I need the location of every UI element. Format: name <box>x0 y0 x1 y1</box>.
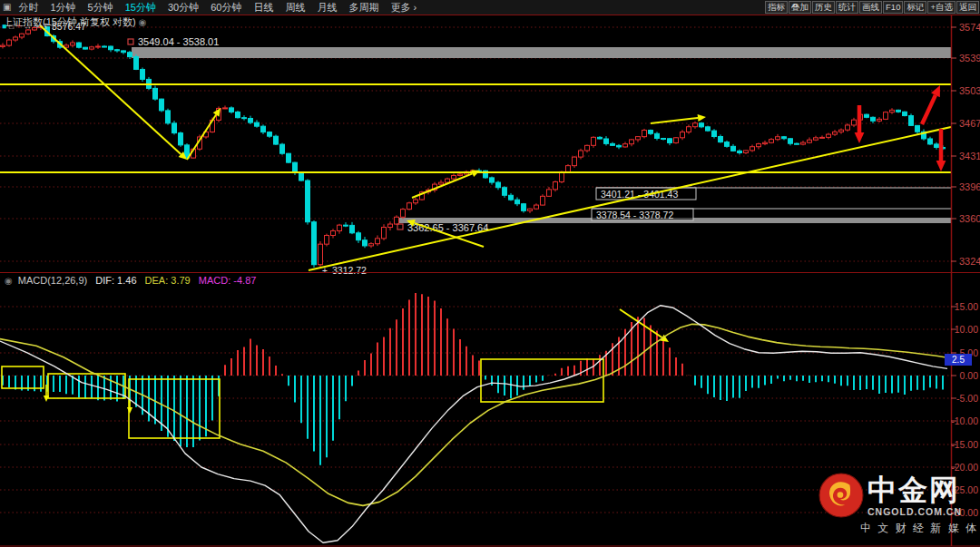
draw-tool-icon-5[interactable]: T <box>44 22 48 31</box>
draw-tool-icon-1[interactable]: □ <box>9 22 14 31</box>
chart-canvas[interactable]: 3401.21 - 3401.433378.54 - 3378.723549.0… <box>0 0 980 547</box>
macd-lines <box>0 306 947 543</box>
macd-indicator-name: MACD(12,26,9) <box>18 275 87 286</box>
svg-text:-5.00: -5.00 <box>956 393 978 404</box>
brand-tagline: 中 文 财 经 新 媒 体 <box>818 521 978 536</box>
svg-text:3549.04 - 3538.01: 3549.04 - 3538.01 <box>138 36 219 47</box>
period-tab-8[interactable]: 月线 <box>317 0 337 15</box>
tool-button-7[interactable]: +自选 <box>927 1 956 14</box>
draw-tool-icon-6[interactable]: + <box>51 22 55 31</box>
period-tab-9[interactable]: 多周期 <box>348 0 378 15</box>
tool-button-2[interactable]: 历史 <box>812 1 835 14</box>
macd-collapse-icon[interactable]: ◉ <box>5 276 13 286</box>
period-toolbar: ▣ 分时1分钟5分钟15分钟30分钟60分钟日线周线月线多周期更多 › 指标叠加… <box>0 0 980 15</box>
svg-text:-20.00: -20.00 <box>951 462 978 473</box>
period-tab-6[interactable]: 日线 <box>253 0 273 15</box>
svg-text:3324: 3324 <box>959 256 980 267</box>
tool-button-6[interactable]: 标记 <box>904 1 926 14</box>
period-tab-7[interactable]: 周线 <box>285 0 305 15</box>
svg-text:3362.65 - 3367.64: 3362.65 - 3367.64 <box>407 222 488 233</box>
macd-header: ◉ MACD(12,26,9) DIF: 1.46 DEA: 3.79 MACD… <box>5 275 256 286</box>
draw-tool-icon-3[interactable]: ↔ <box>24 22 32 31</box>
period-tab-0[interactable]: 分时 <box>18 0 38 15</box>
price-text-labels: 3576.473312.72+ <box>52 21 367 276</box>
period-tab-3[interactable]: 15分钟 <box>125 0 156 15</box>
svg-text:3539: 3539 <box>959 53 980 63</box>
tool-button-8[interactable]: 返回 <box>956 1 979 14</box>
svg-text:3431: 3431 <box>959 151 980 161</box>
tool-button-5[interactable]: F10 <box>883 1 903 14</box>
svg-text:3396: 3396 <box>959 181 980 192</box>
macd-hist-value: MACD: -4.87 <box>199 275 257 286</box>
trading-app-window: ▣ 分时1分钟5分钟15分钟30分钟60分钟日线周线月线多周期更多 › 指标叠加… <box>0 0 980 547</box>
draw-tool-icon-2[interactable]: + <box>16 22 21 31</box>
window-grid-icon[interactable]: ▣ <box>3 0 11 15</box>
svg-text:-15.00: -15.00 <box>951 439 978 450</box>
period-tab-5[interactable]: 60分钟 <box>211 0 241 15</box>
tool-buttons: 指标叠加历史统计画线F10标记+自选返回 <box>765 1 979 14</box>
tool-button-3[interactable]: 统计 <box>836 1 858 14</box>
svg-text:3467: 3467 <box>959 118 980 129</box>
gridlines <box>0 27 951 513</box>
tool-button-1[interactable]: 叠加 <box>789 1 811 14</box>
period-tabs: 分时1分钟5分钟15分钟30分钟60分钟日线周线月线多周期更多 › <box>18 0 416 15</box>
drawing-mini-toolbar: ■□+↔✦T+ <box>2 22 55 31</box>
draw-tool-icon-0[interactable]: ■ <box>2 22 6 31</box>
brand-name: 中金网 <box>867 474 962 505</box>
svg-text:3574: 3574 <box>959 22 980 33</box>
period-tab-4[interactable]: 30分钟 <box>168 0 199 15</box>
red-arrows <box>855 85 946 171</box>
svg-text:15.00: 15.00 <box>955 301 978 312</box>
cngold-logo-icon <box>818 473 864 518</box>
svg-text:+: + <box>322 266 328 276</box>
period-tab-1[interactable]: 1分钟 <box>50 0 75 15</box>
brand-domain: CNGOLD.COM.CN <box>867 506 962 517</box>
svg-text:10.00: 10.00 <box>955 324 978 335</box>
yellow-annotations <box>0 25 951 270</box>
draw-tool-icon-4[interactable]: ✦ <box>34 22 41 31</box>
tool-button-0[interactable]: 指标 <box>765 1 788 14</box>
svg-text:0.00: 0.00 <box>960 370 979 381</box>
period-tab-2[interactable]: 5分钟 <box>88 0 113 15</box>
cngold-watermark: 中金网 CNGOLD.COM.CN 中 文 财 经 新 媒 体 <box>818 473 978 536</box>
title-status-icon: ◉ <box>139 17 147 27</box>
period-tab-10[interactable]: 更多 › <box>390 0 416 15</box>
macd-current-value-badge: 2.5 <box>945 354 972 366</box>
svg-text:3503: 3503 <box>959 85 980 96</box>
macd-dea-value: DEA: 3.79 <box>145 275 191 286</box>
svg-text:-10.00: -10.00 <box>951 415 978 426</box>
tool-button-4[interactable]: 画线 <box>859 1 882 14</box>
svg-text:3312.72: 3312.72 <box>332 265 367 276</box>
svg-text:3360: 3360 <box>959 213 980 224</box>
svg-text:3378.54 - 3378.72: 3378.54 - 3378.72 <box>596 210 673 220</box>
macd-dif-value: DIF: 1.46 <box>95 275 136 286</box>
